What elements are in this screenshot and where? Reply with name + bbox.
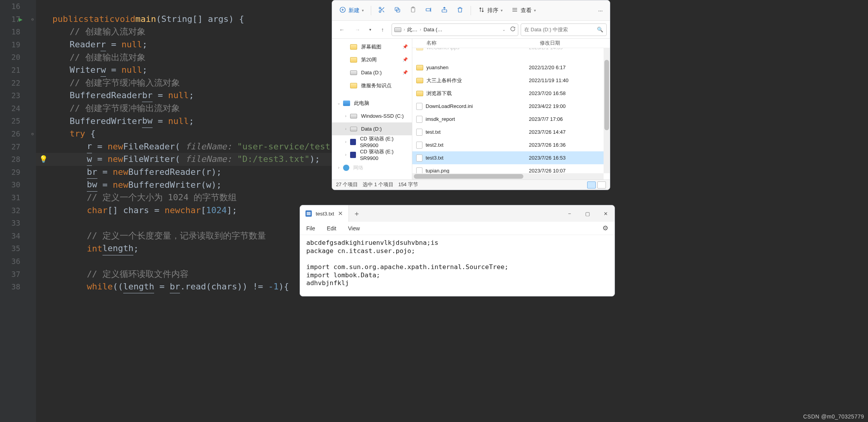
svg-rect-12: [426, 9, 430, 11]
gear-icon[interactable]: ⚙: [602, 224, 608, 232]
pin-icon[interactable]: 📌: [403, 70, 408, 75]
pc-icon: [343, 101, 350, 106]
file-row[interactable]: test3.txt2023/7/26 16:53: [412, 151, 604, 164]
line-number: 23: [5, 91, 20, 100]
search-input[interactable]: 在 Data (D:) 中搜索 🔍: [521, 23, 607, 36]
column-headers[interactable]: 名称 修改日期: [412, 39, 610, 48]
notepad-tab[interactable]: test3.txt ✕: [300, 205, 349, 222]
file-row[interactable]: test.txt2023/7/26 14:47: [412, 126, 604, 138]
file-icon: [416, 154, 422, 162]
menu-view[interactable]: View: [348, 225, 360, 232]
chevron-icon[interactable]: ›: [343, 127, 349, 131]
file-row[interactable]: yuanshen2022/12/20 6:17: [412, 61, 604, 74]
tree-item[interactable]: ›CD 驱动器 (E:) SR9900: [332, 135, 412, 148]
address-bar[interactable]: › 此… › Data (… ⌄: [392, 23, 518, 36]
tree-item[interactable]: 第20周📌: [332, 53, 412, 66]
file-row[interactable]: WeGameApps2023/2/1 14:59: [412, 48, 604, 54]
run-icon[interactable]: ▶: [19, 16, 23, 23]
col-date[interactable]: 修改日期: [540, 40, 610, 47]
view-icon: [511, 6, 518, 14]
file-row[interactable]: imsdk_report2023/7/7 17:06: [412, 113, 604, 126]
chevron-icon[interactable]: ›: [336, 165, 341, 170]
vertical-scrollbar[interactable]: [604, 48, 610, 173]
tree-item[interactable]: ›Windows-SSD (C:): [332, 110, 412, 122]
line-number: 31: [5, 193, 20, 202]
line-number: 36: [5, 257, 20, 266]
menu-file[interactable]: File: [306, 225, 315, 232]
forward-button[interactable]: →: [351, 23, 364, 36]
chevron-down-icon: ▾: [369, 27, 371, 32]
line-number: 30: [5, 180, 20, 189]
svg-line-6: [383, 11, 384, 12]
folder-icon: [350, 44, 357, 50]
file-row[interactable]: DownLoadRecord.ini2023/4/22 19:00: [412, 100, 604, 113]
rename-button[interactable]: [422, 4, 435, 18]
file-name: 大三上各科作业: [426, 77, 462, 84]
tree-item[interactable]: Data (D:)📌: [332, 66, 412, 79]
drive-icon: [394, 27, 401, 32]
tree-item[interactable]: ›网络: [332, 161, 412, 174]
delete-button[interactable]: [453, 4, 467, 18]
tree-item[interactable]: ›Data (D:): [332, 122, 412, 135]
nav-tree[interactable]: 屏幕截图📌第20周📌Data (D:)📌微服务知识点⌄此电脑›Windows-S…: [332, 39, 412, 180]
breadcrumb-seg[interactable]: Data (…: [424, 27, 442, 32]
breadcrumb-seg[interactable]: 此…: [407, 26, 417, 33]
pin-icon[interactable]: 📌: [403, 44, 408, 49]
file-row[interactable]: 浏览器下载2023/7/20 16:58: [412, 87, 604, 100]
tree-item[interactable]: 微服务知识点: [332, 79, 412, 92]
lightbulb-icon[interactable]: 💡: [39, 155, 48, 163]
new-button[interactable]: 新建 ▾: [336, 4, 367, 18]
notepad-titlebar[interactable]: test3.txt ✕ ＋ − ▢ ✕: [300, 205, 615, 222]
view-button[interactable]: 查看 ▾: [508, 4, 539, 18]
thumb-view-button[interactable]: [597, 181, 606, 189]
file-name: test3.txt: [426, 155, 444, 161]
tree-item[interactable]: 屏幕截图📌: [332, 40, 412, 53]
explorer-toolbar: 新建 ▾ 排序 ▾ 查看 ▾ ···: [332, 0, 610, 21]
file-icon: [416, 103, 422, 110]
paste-button[interactable]: [406, 4, 420, 18]
tree-label: Windows-SSD (C:): [361, 113, 404, 119]
drive-icon: [350, 127, 357, 131]
file-row[interactable]: 大三上各科作业2022/11/19 11:40: [412, 74, 604, 87]
code-area[interactable]: public static void main(String[] args) {…: [52, 0, 332, 280]
tree-item[interactable]: ⌄此电脑: [332, 97, 412, 110]
watermark: CSDN @m0_70325779: [803, 413, 864, 420]
close-button[interactable]: ✕: [597, 205, 615, 222]
tree-label: CD 驱动器 (E:) SR9900: [360, 135, 412, 148]
file-date: 2023/4/22 19:00: [529, 103, 604, 109]
line-number: 33: [5, 219, 20, 227]
up-button[interactable]: ↑: [376, 23, 389, 36]
chevron-icon[interactable]: ⌄: [336, 101, 341, 105]
refresh-button[interactable]: [510, 26, 516, 33]
col-name[interactable]: 名称: [426, 40, 540, 47]
share-icon: [441, 6, 448, 14]
notepad-content[interactable]: abcdefgsadkighiruenvlkjdsuhvbna;is packa…: [300, 235, 615, 296]
copy-button[interactable]: [391, 4, 404, 18]
fold-icon[interactable]: ⊖: [31, 17, 34, 22]
chevron-icon[interactable]: ›: [343, 153, 349, 157]
fold-icon[interactable]: ⊖: [31, 131, 34, 136]
horizontal-scrollbar[interactable]: [412, 173, 604, 180]
minimize-button[interactable]: −: [561, 205, 579, 222]
tree-label: 第20周: [361, 56, 377, 63]
sort-button[interactable]: 排序 ▾: [475, 4, 506, 18]
tree-item[interactable]: ›CD 驱动器 (E:) SR9900: [332, 148, 412, 161]
recent-button[interactable]: ▾: [367, 23, 374, 36]
file-icon: [416, 142, 422, 149]
chevron-down-icon: ▾: [362, 8, 364, 13]
file-row[interactable]: test2.txt2023/7/26 16:36: [412, 138, 604, 151]
menu-edit[interactable]: Edit: [327, 225, 336, 232]
cut-button[interactable]: [375, 4, 388, 18]
chevron-icon[interactable]: ›: [343, 114, 349, 118]
maximize-button[interactable]: ▢: [579, 205, 597, 222]
share-button[interactable]: [438, 4, 451, 18]
details-view-button[interactable]: [587, 181, 596, 189]
tab-close-button[interactable]: ✕: [338, 210, 343, 217]
new-tab-button[interactable]: ＋: [349, 209, 365, 218]
back-button[interactable]: ←: [335, 23, 349, 36]
pin-icon[interactable]: 📌: [403, 57, 408, 62]
line-number: 35: [5, 244, 20, 253]
chevron-icon[interactable]: ›: [343, 140, 349, 144]
file-date: 2023/7/26 16:36: [529, 142, 604, 148]
more-button[interactable]: ···: [595, 4, 606, 18]
